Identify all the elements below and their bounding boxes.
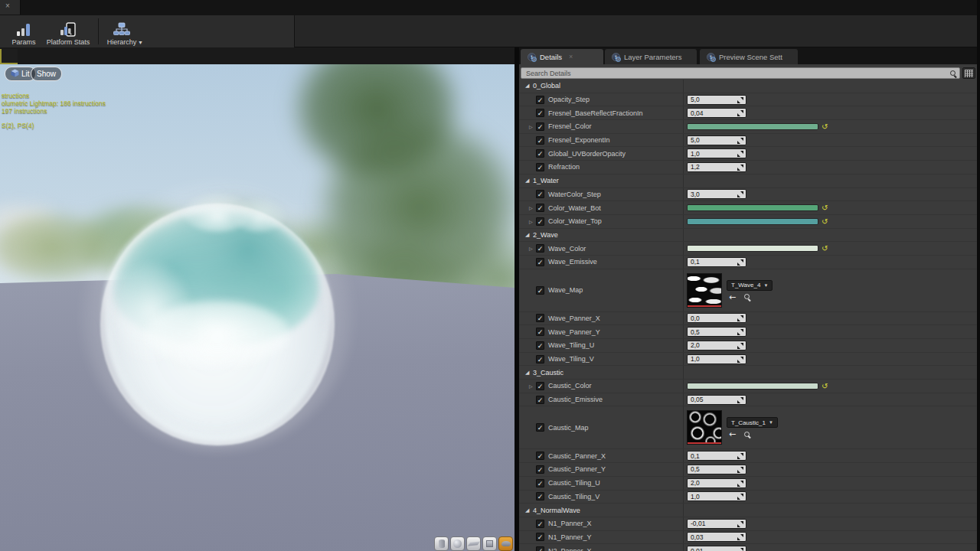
category-expander-icon[interactable]: ◢ [525,232,533,238]
parameter-checkbox[interactable]: ✓ [536,122,544,131]
parameter-row[interactable]: ▷✓Color_Water_Top↺ [519,215,977,229]
parameter-checkbox[interactable]: ✓ [536,136,544,145]
parameter-row[interactable]: ✓Wave_Tiling_U2,0 [519,339,977,353]
texture-thumbnail[interactable] [687,410,722,445]
parameter-row[interactable]: ▷✓Fresnel_Color↺ [519,120,977,134]
close-icon[interactable]: × [5,2,10,10]
expander-icon[interactable]: ▷ [529,205,536,210]
parameter-checkbox[interactable]: ✓ [536,423,544,432]
parameter-checkbox[interactable]: ✓ [536,533,544,541]
browse-to-asset-icon[interactable] [744,432,750,438]
value-field[interactable]: -0,01 [687,519,746,529]
value-field[interactable]: 1,0 [687,354,746,364]
value-slider-icon[interactable] [737,259,743,266]
parameter-row[interactable]: ✓Caustic_MapT_Caustic_1▼← [519,406,977,449]
tab-preview-scene-settings[interactable]: i Preview Scene Sett [700,49,798,64]
value-field[interactable]: 0,03 [687,532,746,542]
parameter-checkbox[interactable]: ✓ [536,341,544,350]
value-field[interactable]: 5,0 [687,95,746,105]
category-row[interactable]: ◢4_NormalWave [519,504,977,517]
value-field[interactable]: 0,5 [687,327,746,337]
color-swatch[interactable] [687,123,818,130]
parameter-checkbox[interactable]: ✓ [536,244,544,253]
value-field[interactable]: 1,2 [687,162,746,172]
value-slider-icon[interactable] [737,151,743,157]
parameter-checkbox[interactable]: ✓ [536,465,544,474]
parameter-row[interactable]: ✓N2_Panner_X0,01 [519,544,977,551]
view-options-button[interactable] [962,67,975,79]
expander-icon[interactable]: ▷ [529,124,536,129]
platform-stats-button[interactable]: Platform Stats [43,17,93,46]
search-box[interactable] [521,67,960,79]
parameter-row[interactable]: ▷✓Color_Water_Bot↺ [519,201,977,215]
viewport-tab-fragment[interactable] [0,49,18,64]
parameter-checkbox[interactable]: ✓ [536,258,544,266]
preview-viewport[interactable]: Lit Show structions olumetric Lightmap: … [0,64,514,551]
value-slider-icon[interactable] [737,548,743,551]
value-field[interactable]: 0,1 [687,257,746,267]
value-field[interactable]: 2,0 [687,478,746,488]
value-field[interactable]: 1,0 [687,148,746,158]
category-expander-icon[interactable]: ◢ [525,178,533,184]
parameter-checkbox[interactable]: ✓ [536,217,544,226]
value-slider-icon[interactable] [737,534,743,540]
tab-details[interactable]: i Details × [521,49,603,64]
category-expander-icon[interactable]: ◢ [525,370,533,376]
value-slider-icon[interactable] [737,521,743,527]
texture-asset-dropdown[interactable]: T_Caustic_1▼ [727,417,778,428]
value-slider-icon[interactable] [737,165,743,171]
params-button[interactable]: Params [6,17,41,46]
show-menu-button[interactable]: Show [31,67,62,81]
parameter-row[interactable]: ✓Caustic_Panner_Y0,5 [519,463,977,477]
category-row[interactable]: ◢0_Global [519,80,977,93]
value-field[interactable]: 0,01 [687,546,746,551]
reset-to-default-icon[interactable]: ↺ [822,245,828,252]
reset-to-default-icon[interactable]: ↺ [822,204,828,211]
preview-mesh-cylinder-button[interactable] [434,536,449,551]
parameter-row[interactable]: ✓Fresnel_BaseReflectFractionIn0,04 [519,106,977,120]
parameter-row[interactable]: ✓N1_Panner_Y0,03 [519,531,977,545]
value-field[interactable]: 0,0 [687,313,746,323]
category-expander-icon[interactable]: ◢ [525,83,533,89]
value-slider-icon[interactable] [737,97,743,103]
value-slider-icon[interactable] [737,397,743,403]
parameter-checkbox[interactable]: ✓ [536,355,544,364]
reset-to-default-icon[interactable]: ↺ [822,383,828,390]
parameter-checkbox[interactable]: ✓ [536,149,544,158]
expander-icon[interactable]: ▷ [529,383,536,389]
color-swatch[interactable] [687,204,818,211]
parameter-checkbox[interactable]: ✓ [536,286,544,295]
parameter-checkbox[interactable]: ✓ [536,109,544,117]
parameter-checkbox[interactable]: ✓ [536,492,544,500]
parameter-checkbox[interactable]: ✓ [536,328,544,336]
value-field[interactable]: 0,1 [687,451,746,461]
value-slider-icon[interactable] [737,467,743,473]
parameter-row[interactable]: ✓Wave_Emissive0,1 [519,256,977,269]
expander-icon[interactable]: ▷ [529,246,536,251]
search-input[interactable] [521,68,959,78]
parameter-row[interactable]: ✓Opacity_Step5,0 [519,93,977,107]
texture-thumbnail[interactable] [687,273,722,308]
parameter-row[interactable]: ✓Caustic_Emissive0,05 [519,393,977,407]
value-slider-icon[interactable] [737,329,743,335]
parameter-row[interactable]: ✓Refraction1,2 [519,161,977,174]
parameter-checkbox[interactable]: ✓ [536,190,544,198]
parameter-checkbox[interactable]: ✓ [536,520,544,528]
use-selected-asset-icon[interactable]: ← [729,431,736,438]
water-material-preview-sphere[interactable] [96,191,339,451]
parameter-checkbox[interactable]: ✓ [536,452,544,460]
parameter-row[interactable]: ✓Caustic_Tiling_V1,0 [519,491,977,504]
parameter-checkbox[interactable]: ✓ [536,204,544,212]
value-slider-icon[interactable] [737,494,743,500]
close-icon[interactable]: × [569,53,573,60]
value-field[interactable]: 1,0 [687,491,746,501]
value-field[interactable]: 3,0 [687,189,746,199]
preview-mesh-plane-button[interactable] [466,536,481,551]
value-field[interactable]: 0,04 [687,108,746,118]
parameter-row[interactable]: ✓Caustic_Panner_X0,1 [519,449,977,463]
value-field[interactable]: 0,5 [687,465,746,474]
value-field[interactable]: 2,0 [687,341,746,350]
parameter-checkbox[interactable]: ✓ [536,479,544,487]
category-row[interactable]: ◢2_Wave [519,229,977,243]
parameter-checkbox[interactable]: ✓ [536,382,544,390]
